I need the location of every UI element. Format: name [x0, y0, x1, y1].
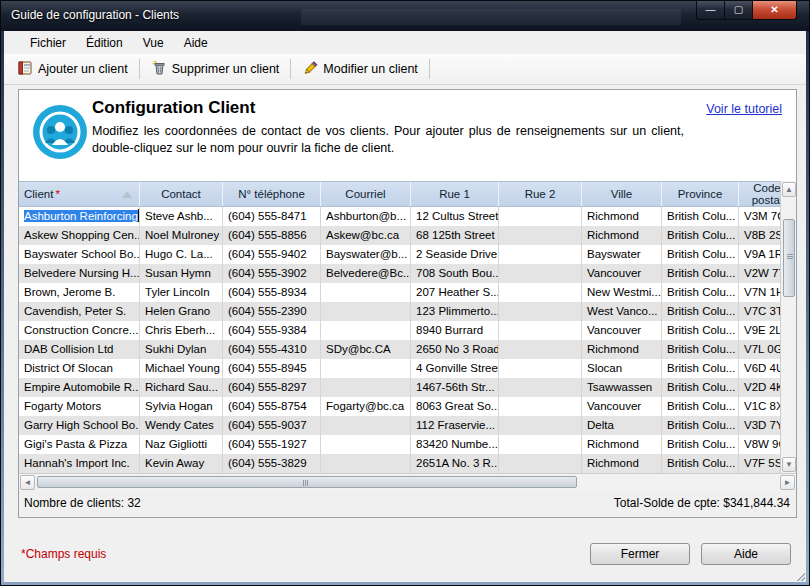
table-cell[interactable]: Hannah's Import Inc. — [19, 454, 140, 473]
menu-item-fichier[interactable]: Fichier — [20, 33, 76, 53]
table-cell[interactable]: Tsawwassen — [582, 378, 662, 397]
table-cell[interactable]: Vancouver — [582, 321, 662, 340]
table-cell[interactable] — [499, 454, 582, 473]
table-cell[interactable] — [321, 359, 411, 378]
menu-item-edition[interactable]: Édition — [76, 33, 133, 53]
table-cell[interactable] — [499, 245, 582, 264]
table-cell[interactable]: Bayswater School Bo... — [19, 245, 140, 264]
table-row[interactable]: Hannah's Import Inc.Kevin Away(604) 555-… — [19, 454, 796, 473]
table-row[interactable]: Askew Shopping Cen...Noel Mulroney(604) … — [19, 226, 796, 245]
table-cell[interactable]: Askew Shopping Cen... — [19, 226, 140, 245]
table-cell[interactable]: Sylvia Hogan — [140, 397, 223, 416]
table-cell[interactable]: Michael Young — [140, 359, 223, 378]
table-cell[interactable]: (604) 555-8754 — [223, 397, 321, 416]
table-cell[interactable]: British Colu... — [662, 397, 739, 416]
table-cell[interactable]: Richmond — [582, 454, 662, 473]
table-cell[interactable] — [499, 302, 582, 321]
table-cell[interactable]: Hugo C. La... — [140, 245, 223, 264]
close-dialog-button[interactable]: Fermer — [590, 543, 690, 565]
table-cell[interactable]: Susan Hymn — [140, 264, 223, 283]
table-cell[interactable]: British Colu... — [662, 454, 739, 473]
title-bar[interactable]: Guide de configuration - Clients — ▢ ✕ — [1, 1, 810, 31]
table-cell[interactable]: Richmond — [582, 207, 662, 226]
table-cell[interactable]: (604) 555-3902 — [223, 264, 321, 283]
table-cell[interactable]: British Colu... — [662, 264, 739, 283]
toolbar-button-delete-client-trash[interactable]: Supprimer un client — [143, 56, 288, 83]
table-cell[interactable]: Delta — [582, 416, 662, 435]
table-cell[interactable]: 68 125th Street — [411, 226, 499, 245]
column-header-ville[interactable]: Ville — [582, 182, 662, 206]
table-cell[interactable]: (604) 555-9384 — [223, 321, 321, 340]
table-cell[interactable]: DAB Collision Ltd — [19, 340, 140, 359]
table-cell[interactable] — [321, 283, 411, 302]
table-cell[interactable]: Vancouver — [582, 397, 662, 416]
table-cell[interactable]: British Colu... — [662, 340, 739, 359]
scroll-down-button[interactable]: ▼ — [782, 457, 796, 472]
toolbar-button-edit-client-pencil[interactable]: Modifier un client — [294, 56, 426, 83]
resize-grip[interactable] — [797, 573, 805, 581]
toolbar-button-add-client[interactable]: Ajouter un client — [9, 56, 136, 83]
table-cell[interactable]: Brown, Jerome B. — [19, 283, 140, 302]
table-cell[interactable]: British Colu... — [662, 435, 739, 454]
table-cell[interactable] — [499, 378, 582, 397]
table-cell[interactable]: (604) 555-2390 — [223, 302, 321, 321]
table-cell[interactable]: 2650 No 3 Road — [411, 340, 499, 359]
table-cell[interactable]: British Colu... — [662, 378, 739, 397]
table-cell[interactable] — [321, 435, 411, 454]
table-cell[interactable]: British Colu... — [662, 283, 739, 302]
table-row[interactable]: Garry High School Bo...Wendy Cates(604) … — [19, 416, 796, 435]
help-button[interactable]: Aide — [701, 543, 791, 565]
table-cell[interactable] — [499, 397, 582, 416]
table-cell[interactable]: (604) 555-4310 — [223, 340, 321, 359]
table-cell[interactable]: New Westmi... — [582, 283, 662, 302]
table-cell[interactable]: Slocan — [582, 359, 662, 378]
table-cell[interactable] — [499, 207, 582, 226]
table-cell[interactable]: 4 Gonville Street — [411, 359, 499, 378]
minimize-button[interactable]: — — [696, 1, 725, 20]
table-cell[interactable]: 83420 Numbe... — [411, 435, 499, 454]
table-cell[interactable] — [499, 283, 582, 302]
table-row[interactable]: District Of SlocanMichael Young(604) 555… — [19, 359, 796, 378]
table-row[interactable]: DAB Collision LtdSukhi Dylan(604) 555-43… — [19, 340, 796, 359]
table-cell[interactable]: West Vanco... — [582, 302, 662, 321]
table-cell[interactable]: British Colu... — [662, 359, 739, 378]
scroll-right-button[interactable]: ► — [780, 475, 795, 490]
scroll-up-button[interactable]: ▲ — [782, 182, 796, 197]
table-cell[interactable]: British Colu... — [662, 226, 739, 245]
table-cell[interactable] — [499, 264, 582, 283]
table-cell[interactable]: SDy@bc.CA — [321, 340, 411, 359]
table-cell[interactable]: District Of Slocan — [19, 359, 140, 378]
table-cell[interactable]: Helen Grano — [140, 302, 223, 321]
scroll-left-button[interactable]: ◄ — [20, 475, 35, 490]
table-cell[interactable]: Vancouver — [582, 264, 662, 283]
table-cell[interactable]: Richmond — [582, 435, 662, 454]
table-cell[interactable]: Belvedere Nursing H... — [19, 264, 140, 283]
table-cell[interactable]: 207 Heather S... — [411, 283, 499, 302]
table-cell[interactable]: 2 Seaside Drive — [411, 245, 499, 264]
table-cell[interactable]: Fogarty Motors — [19, 397, 140, 416]
table-cell[interactable] — [321, 302, 411, 321]
column-header-rue-2[interactable]: Rue 2 — [499, 182, 582, 206]
table-row[interactable]: Gigi's Pasta & PizzaNaz Gigliotti(604) 5… — [19, 435, 796, 454]
table-cell[interactable] — [321, 378, 411, 397]
table-cell[interactable] — [499, 435, 582, 454]
table-cell[interactable]: (604) 555-1927 — [223, 435, 321, 454]
table-cell[interactable]: (604) 555-9037 — [223, 416, 321, 435]
table-row[interactable]: Bayswater School Bo...Hugo C. La...(604)… — [19, 245, 796, 264]
table-cell[interactable]: 112 Fraservie... — [411, 416, 499, 435]
table-cell[interactable]: Garry High School Bo... — [19, 416, 140, 435]
column-header-n-te-le-phone[interactable]: N° téléphone — [223, 182, 321, 206]
table-row[interactable]: Construction Concre...Chris Eberh...(604… — [19, 321, 796, 340]
table-cell[interactable]: Noel Mulroney — [140, 226, 223, 245]
table-row[interactable]: Cavendish, Peter S.Helen Grano(604) 555-… — [19, 302, 796, 321]
table-cell[interactable]: Cavendish, Peter S. — [19, 302, 140, 321]
table-row[interactable]: Belvedere Nursing H...Susan Hymn(604) 55… — [19, 264, 796, 283]
table-cell[interactable]: 8940 Burrard — [411, 321, 499, 340]
table-cell[interactable]: 123 Plimmerto... — [411, 302, 499, 321]
table-cell[interactable]: Chris Eberh... — [140, 321, 223, 340]
table-cell[interactable]: Fogarty@bc.ca — [321, 397, 411, 416]
table-cell[interactable]: Wendy Cates — [140, 416, 223, 435]
table-cell[interactable]: British Colu... — [662, 245, 739, 264]
table-cell[interactable]: Richmond — [582, 226, 662, 245]
horizontal-scroll-thumb[interactable] — [37, 476, 577, 488]
